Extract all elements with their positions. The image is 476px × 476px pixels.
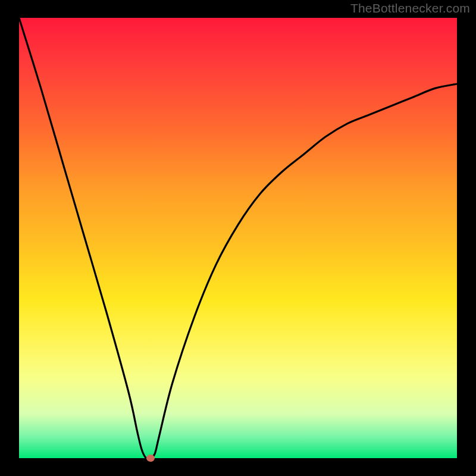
curve-svg [19, 18, 457, 458]
plot-area [19, 18, 457, 458]
attribution-text: TheBottlenecker.com [350, 1, 470, 15]
minimum-marker [146, 455, 155, 462]
curve-path [19, 18, 457, 459]
chart-frame: TheBottlenecker.com [0, 0, 476, 476]
